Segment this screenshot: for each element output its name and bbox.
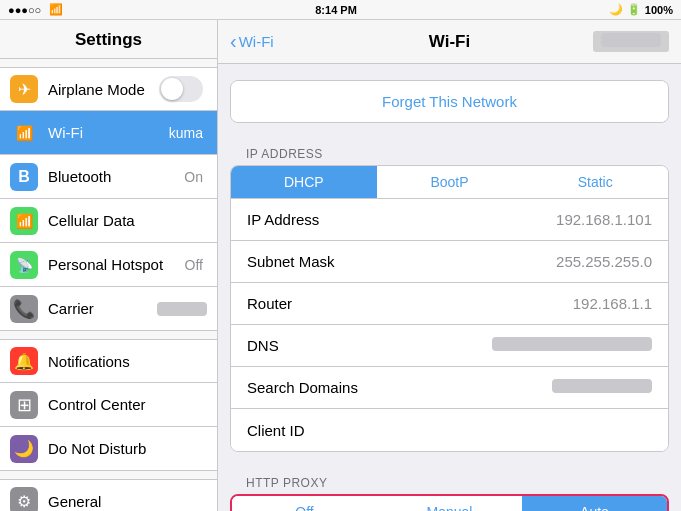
row-value-dns (492, 337, 652, 354)
sidebar-item-general[interactable]: ⚙ General (0, 479, 217, 511)
row-label: Client ID (247, 422, 652, 439)
sidebar-item-bluetooth[interactable]: B Bluetooth On (0, 155, 217, 199)
content-area: ‹ Wi-Fi Wi-Fi Forget This Network IP ADD… (218, 20, 681, 511)
tab-proxy-off[interactable]: Off (232, 496, 377, 511)
bluetooth-icon: B (10, 163, 38, 191)
bluetooth-value: On (184, 169, 203, 185)
battery-percent: 100% (645, 4, 673, 16)
proxy-section-header: HTTP PROXY (230, 470, 669, 494)
carrier-label: Carrier (48, 300, 157, 317)
ip-section-header: IP ADDRESS (230, 141, 669, 165)
row-value-ip: 192.168.1.101 (556, 211, 652, 228)
domains-blurred (552, 379, 652, 393)
tab-bootp[interactable]: BootP (377, 166, 523, 198)
sidebar-title: Settings (0, 20, 217, 59)
nav-bar: ‹ Wi-Fi Wi-Fi (218, 20, 681, 64)
wifi-icon: 📶 (10, 119, 38, 147)
control-icon: ⊞ (10, 391, 38, 419)
wifi-label: Wi-Fi (48, 124, 169, 141)
bluetooth-label: Bluetooth (48, 168, 184, 185)
sidebar-group-3: ⚙ General AA Display & Brightness 🖼 Wall… (0, 479, 217, 511)
row-label: Search Domains (247, 379, 552, 396)
sidebar-item-airplane[interactable]: ✈ Airplane Mode (0, 67, 217, 111)
carrier-icon: 📞 (10, 295, 38, 323)
nav-back-button[interactable]: ‹ Wi-Fi (230, 30, 274, 53)
sidebar: Settings ✈ Airplane Mode 📶 Wi-Fi kuma B … (0, 20, 218, 511)
sidebar-item-carrier[interactable]: 📞 Carrier (0, 287, 217, 331)
tab-static[interactable]: Static (522, 166, 668, 198)
nav-network-name (593, 31, 669, 52)
hotspot-value: Off (185, 257, 203, 273)
moon-icon: 🌙 (609, 3, 623, 16)
proxy-card: Off Manual Auto URL /pac.pac (230, 494, 669, 511)
airplane-icon: ✈ (10, 75, 38, 103)
row-label: Router (247, 295, 573, 312)
airplane-label: Airplane Mode (48, 81, 159, 98)
network-name-blurred (601, 33, 661, 47)
control-label: Control Center (48, 396, 207, 413)
wifi-value: kuma (169, 125, 203, 141)
sidebar-item-control[interactable]: ⊞ Control Center (0, 383, 217, 427)
signal-icon: ●●●○○ (8, 4, 41, 16)
sidebar-group-1: ✈ Airplane Mode 📶 Wi-Fi kuma B Bluetooth… (0, 67, 217, 331)
ip-tab-bar: DHCP BootP Static (231, 166, 668, 199)
cellular-label: Cellular Data (48, 212, 207, 229)
table-row: Subnet Mask 255.255.255.0 (231, 241, 668, 283)
general-label: General (48, 493, 207, 510)
row-value-subnet: 255.255.255.0 (556, 253, 652, 270)
status-time: 8:14 PM (315, 4, 357, 16)
status-right: 🌙 🔋 100% (609, 3, 673, 16)
row-label: DNS (247, 337, 492, 354)
table-row: IP Address 192.168.1.101 (231, 199, 668, 241)
dnd-icon: 🌙 (10, 435, 38, 463)
ip-section: IP ADDRESS DHCP BootP Static IP Address … (230, 141, 669, 452)
notifications-label: Notifications (48, 353, 207, 370)
sidebar-item-wifi[interactable]: 📶 Wi-Fi kuma (0, 111, 217, 155)
main-layout: Settings ✈ Airplane Mode 📶 Wi-Fi kuma B … (0, 20, 681, 511)
nav-back-label: Wi-Fi (239, 33, 274, 50)
row-label: Subnet Mask (247, 253, 556, 270)
wifi-icon: 📶 (49, 3, 63, 16)
sidebar-item-cellular[interactable]: 📶 Cellular Data (0, 199, 217, 243)
table-row: DNS (231, 325, 668, 367)
row-value-router: 192.168.1.1 (573, 295, 652, 312)
row-label: IP Address (247, 211, 556, 228)
dnd-label: Do Not Disturb (48, 440, 207, 457)
sidebar-item-hotspot[interactable]: 📡 Personal Hotspot Off (0, 243, 217, 287)
nav-title: Wi-Fi (429, 32, 470, 52)
proxy-tab-bar: Off Manual Auto (232, 496, 667, 511)
general-icon: ⚙ (10, 487, 38, 511)
status-bar: ●●●○○ 📶 8:14 PM 🌙 🔋 100% (0, 0, 681, 20)
back-arrow-icon: ‹ (230, 30, 237, 53)
table-row: Router 192.168.1.1 (231, 283, 668, 325)
proxy-section-wrapper: HTTP PROXY Off Manual Auto URL /pac.pac (230, 470, 669, 511)
sidebar-item-dnd[interactable]: 🌙 Do Not Disturb (0, 427, 217, 471)
battery-icon: 🔋 (627, 3, 641, 16)
cellular-icon: 📶 (10, 207, 38, 235)
sidebar-item-notifications[interactable]: 🔔 Notifications (0, 339, 217, 383)
ip-card: DHCP BootP Static IP Address 192.168.1.1… (230, 165, 669, 452)
table-row: Client ID (231, 409, 668, 451)
forget-network-card: Forget This Network (230, 80, 669, 123)
sidebar-group-2: 🔔 Notifications ⊞ Control Center 🌙 Do No… (0, 339, 217, 471)
hotspot-icon: 📡 (10, 251, 38, 279)
airplane-toggle[interactable] (159, 76, 203, 102)
notifications-icon: 🔔 (10, 347, 38, 375)
hotspot-label: Personal Hotspot (48, 256, 185, 273)
dns-blurred (492, 337, 652, 351)
table-row: Search Domains (231, 367, 668, 409)
content-inner: Forget This Network IP ADDRESS DHCP Boot… (218, 64, 681, 511)
carrier-value-blurred (157, 302, 207, 316)
tab-proxy-auto[interactable]: Auto (522, 496, 667, 511)
row-value-domains (552, 379, 652, 396)
tab-proxy-manual[interactable]: Manual (377, 496, 522, 511)
tab-dhcp[interactable]: DHCP (231, 166, 377, 198)
forget-network-button[interactable]: Forget This Network (231, 81, 668, 122)
status-left: ●●●○○ 📶 (8, 3, 63, 16)
